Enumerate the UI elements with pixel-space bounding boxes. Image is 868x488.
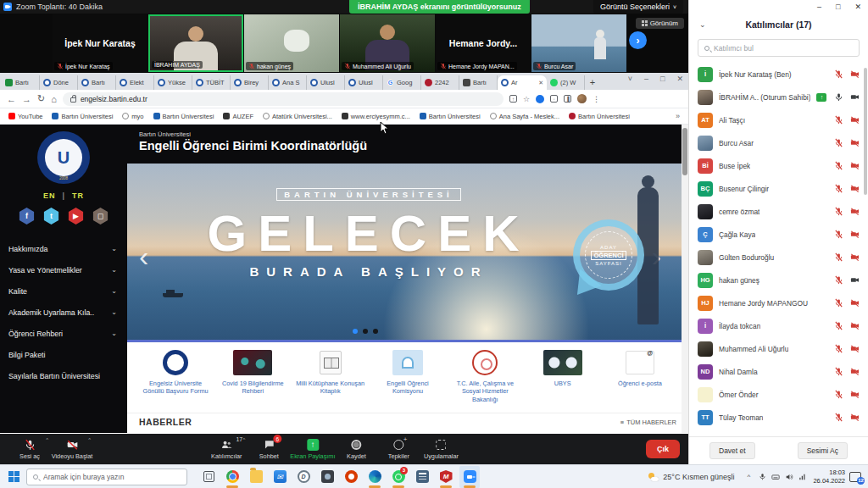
video-tile[interactable]: İBRAHİM AYDAŞ: [148, 14, 243, 72]
tray-chevron-icon[interactable]: ^: [744, 473, 753, 481]
apps-button[interactable]: Uygulamalar: [420, 434, 462, 464]
unmute-button[interactable]: ^ Sesi aç: [8, 434, 51, 464]
tray-mic-icon[interactable]: [758, 473, 766, 481]
tray-speaker-icon[interactable]: [785, 473, 793, 481]
new-tab-button[interactable]: +: [585, 77, 600, 87]
browser-tab[interactable]: TÜBİT ✕: [192, 75, 231, 90]
record-button[interactable]: Kaydet: [335, 434, 377, 464]
participants-button[interactable]: 17 ^ Katılımcılar: [205, 434, 248, 464]
bookmark-star-icon[interactable]: ☆: [523, 95, 530, 103]
bookmark-item[interactable]: Ana Sayfa - Meslek...: [490, 113, 559, 120]
reload-icon[interactable]: ↻: [37, 93, 45, 104]
video-tile[interactable]: Muhammed Ali Uğurlu: [340, 14, 435, 72]
taskbar-app-icon[interactable]: 3: [388, 466, 409, 488]
participant-search[interactable]: [698, 39, 860, 57]
taskbar-app-icon[interactable]: [459, 466, 480, 488]
university-logo[interactable]: U 2008: [37, 131, 90, 184]
quick-link[interactable]: Engelsiz Üniversite Gönüllü Başvuru Form…: [139, 348, 212, 413]
video-tile[interactable]: Hemane Jordy... Hemane Jordy MAPAN...: [436, 14, 531, 72]
next-participants-button[interactable]: ›: [629, 31, 647, 49]
taskbar-app-icon[interactable]: [364, 466, 385, 488]
close-button[interactable]: ✕: [676, 75, 683, 83]
bookmark-item[interactable]: Bartın Üniversitesi: [153, 113, 214, 120]
browser-tab[interactable]: Döne ✕: [40, 75, 78, 90]
back-icon[interactable]: ←: [7, 94, 16, 104]
participant-row[interactable]: HJ Hemane Jordy MAPANGOU ↑: [689, 291, 868, 314]
view-layout-button[interactable]: Görünüm: [636, 18, 684, 29]
page-scrollbar[interactable]: [682, 125, 688, 433]
quick-link[interactable]: UBYS: [526, 348, 599, 413]
carousel-prev-arrow[interactable]: ‹: [139, 241, 148, 270]
sidebar-menu-item[interactable]: Kalite ⌄: [0, 280, 127, 302]
tray-keyboard-icon[interactable]: [771, 473, 780, 481]
unmute-me-button[interactable]: Sesimi Aç: [798, 442, 848, 459]
tray-network-icon[interactable]: [798, 473, 807, 481]
carousel-dot[interactable]: [363, 329, 368, 334]
side-panel-icon[interactable]: ▐: [564, 95, 571, 103]
sidebar-menu-item[interactable]: Sayılarla Bartın Üniversitesi: [0, 365, 127, 386]
participant-row[interactable]: İBRAHİM A.. (Oturum Sahibi) ↑: [689, 86, 868, 108]
forward-icon[interactable]: →: [22, 94, 31, 104]
quick-link[interactable]: Öğrenci e-posta: [604, 348, 676, 413]
caret-icon[interactable]: ^: [46, 437, 48, 442]
minimize-button[interactable]: –: [644, 75, 648, 83]
browser-tab[interactable]: Ulusl ✕: [307, 75, 345, 90]
video-tile[interactable]: İpek Nur Karataş İpek Nur Karataş: [53, 14, 147, 72]
taskbar-app-icon[interactable]: [246, 466, 266, 488]
share-icon[interactable]: ↑: [509, 95, 517, 103]
taskbar-app-icon[interactable]: [293, 466, 314, 488]
participant-row[interactable]: Ç Çağla Kaya ↑: [689, 223, 868, 246]
browser-tab[interactable]: Yükse ✕: [154, 75, 192, 90]
participant-row[interactable]: cemre özmat ↑: [689, 200, 868, 223]
taskbar-app-icon[interactable]: [436, 466, 456, 488]
extensions-puzzle-icon[interactable]: ◦: [550, 95, 558, 103]
bookmarks-overflow-icon[interactable]: »: [676, 112, 680, 120]
sidebar-menu-item[interactable]: Öğrenci Rehberi ⌄: [0, 323, 127, 344]
carousel-dot[interactable]: [373, 329, 378, 334]
youtube-icon[interactable]: ▶: [68, 208, 85, 225]
browser-tab[interactable]: Bartı ✕: [2, 75, 40, 90]
bookmark-item[interactable]: Bartın Üniversitesi: [569, 113, 630, 120]
taskbar-app-icon[interactable]: [270, 466, 290, 488]
panel-maximize-button[interactable]: □: [836, 3, 840, 11]
taskbar-search-input[interactable]: [43, 473, 181, 481]
scrollbar-thumb[interactable]: [682, 128, 687, 175]
taskbar-app-icon[interactable]: [222, 466, 242, 488]
participant-row[interactable]: İ İpek Nur Karataş (Ben) ↑: [689, 63, 868, 86]
view-options-button[interactable]: Görüntü Seçenekleri˅: [593, 0, 683, 14]
extension-icon[interactable]: [536, 95, 544, 103]
sidebar-menu-item[interactable]: Akademik Uyarlama Kıla.. ⌄: [0, 302, 127, 323]
panel-minimize-button[interactable]: –: [817, 3, 821, 11]
chat-button[interactable]: 6 Sohbet: [248, 434, 290, 464]
bookmark-item[interactable]: YouTube: [8, 113, 42, 120]
carousel-dot-active[interactable]: [353, 329, 358, 334]
taskbar-app-icon[interactable]: [412, 466, 432, 488]
notification-center-icon[interactable]: 12: [849, 472, 861, 482]
participant-row[interactable]: Burcu Asar ↑: [689, 131, 868, 154]
browser-tab[interactable]: Ulusl ✕: [345, 75, 383, 90]
browser-tab[interactable]: Ar ✕: [498, 75, 547, 90]
browser-tab[interactable]: 2242 ✕: [421, 75, 459, 90]
leave-meeting-button[interactable]: Çık: [646, 440, 680, 458]
invite-button[interactable]: Davet et: [709, 442, 755, 459]
participant-search-input[interactable]: [714, 44, 853, 53]
bookmark-item[interactable]: myo: [122, 113, 143, 120]
video-tile[interactable]: hakan güneş: [244, 14, 339, 72]
facebook-icon[interactable]: f: [19, 208, 36, 225]
browser-tab[interactable]: Birey ✕: [231, 75, 269, 90]
participant-row[interactable]: Bİ Buse İpek ↑: [689, 154, 868, 177]
bookmark-item[interactable]: Atatürk Üniversitesi...: [263, 113, 332, 120]
sidebar-menu-item[interactable]: Yasa ve Yönetmelikler ⌄: [0, 259, 127, 280]
tab-search-caret[interactable]: ˅: [628, 75, 632, 83]
lang-en[interactable]: EN: [43, 191, 56, 200]
browser-tab[interactable]: Bartı ✕: [78, 75, 116, 90]
caret-icon[interactable]: ^: [242, 437, 245, 442]
panel-scrollbar[interactable]: [864, 68, 867, 195]
aday-ogrenci-magnifier-badge[interactable]: ADAY ÖĞRENCİ SAYFASI: [573, 219, 644, 291]
video-tile[interactable]: Burcu Asar: [531, 14, 626, 72]
bookmark-item[interactable]: Bartın Üniversitesi: [52, 113, 113, 120]
lang-tr[interactable]: TR: [72, 191, 84, 200]
taskbar-weather[interactable]: 25°C Kısmen güneşli: [648, 473, 734, 481]
bookmark-item[interactable]: AUZEF: [223, 113, 253, 120]
taskbar-app-icon[interactable]: [341, 466, 361, 488]
